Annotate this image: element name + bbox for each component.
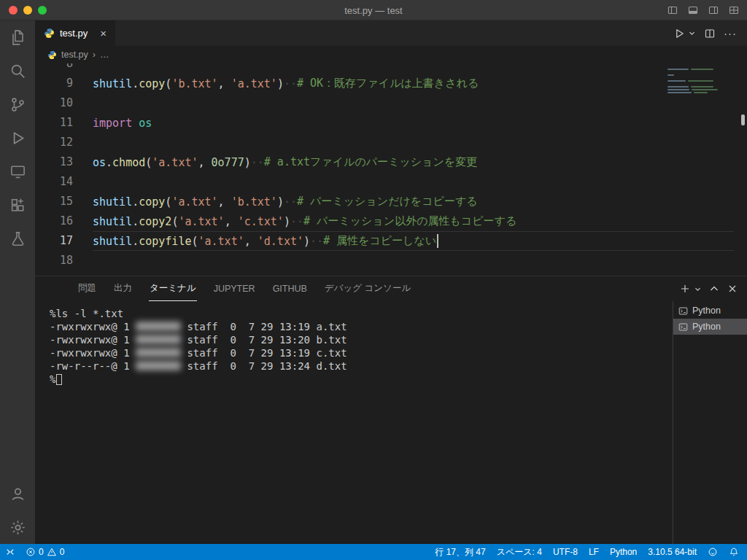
line-number: 11 [35,113,73,133]
terminal-line: -rwxrwxrwx@ 1 staff 0 7 29 13:20 b.txt [50,333,673,346]
new-terminal-icon[interactable] [679,283,691,295]
code-line-15[interactable]: 15shutil.copy('a.txt', 'b.txt')··# パーミッシ… [35,192,747,211]
run-dropdown-chevron-icon[interactable] [688,29,696,37]
panel-tab-JUPYTER[interactable]: JUPYTER [213,276,256,301]
activity-item-remote-explorer[interactable] [0,155,35,188]
tab-label: test.py [60,28,88,39]
redacted-username [136,322,181,331]
minimap-line [667,86,738,88]
code-line-8[interactable]: 8 [35,63,747,74]
breadcrumb-file[interactable]: test.py [61,50,88,60]
activity-bar [0,20,35,544]
terminal-line: -rw-r--r--@ 1 staff 0 7 29 13:24 d.txt [50,359,673,373]
panel-tab-出力[interactable]: 出力 [113,276,133,301]
titlebar: test.py — test [0,0,747,20]
line-content [93,93,734,113]
testing-icon [9,230,26,247]
panel-tab-デバッグ コンソール[interactable]: デバッグ コンソール [324,276,411,301]
terminal-line: -rwxrwxrwx@ 1 staff 0 7 29 13:19 a.txt [50,320,673,333]
line-content [93,63,734,74]
terminal-instance[interactable]: Python [673,303,747,319]
status-eol[interactable]: LF [589,547,599,557]
python-icon [47,50,57,60]
terminal-icon [678,306,688,316]
panel-tab-問題[interactable]: 問題 [77,276,97,301]
breadcrumb-separator-icon: › [93,50,96,60]
terminal-instance-label: Python [692,322,721,332]
status-bar: 0 0 行 17、列 47スペース: 4UTF-8LFPython3.10.5 … [0,544,747,560]
explorer-icon [9,29,26,46]
close-panel-icon[interactable] [727,283,738,295]
panel: 問題出力ターミナルJUPYTERGITHUBデバッグ コンソール %ls -l … [35,276,747,544]
panel-tab-ターミナル[interactable]: ターミナル [149,276,197,301]
python-icon [44,28,55,39]
maximize-panel-icon[interactable] [708,283,720,295]
activity-item-accounts[interactable] [0,477,35,510]
customize-layout-icon[interactable] [728,4,740,16]
minimap-line [667,69,738,70]
run-debug-icon [9,130,26,147]
redacted-username [136,361,181,370]
remote-indicator[interactable] [0,544,20,560]
breadcrumb-more[interactable]: … [100,50,109,60]
notifications-bell-icon[interactable] [729,547,739,557]
activity-item-source-control[interactable] [0,88,35,121]
minimap-line [667,80,738,82]
status-python-interpreter[interactable]: 3.10.5 64-bit [648,547,697,557]
activity-item-testing[interactable] [0,222,35,255]
line-number: 10 [35,93,73,113]
minimap-line [667,83,738,85]
code-line-17[interactable]: 17shutil.copyfile('a.txt', 'd.txt')··# 属… [35,231,747,251]
code-line-9[interactable]: 9shutil.copy('b.txt', 'a.txt')··# OK：既存フ… [35,74,747,93]
terminal-instance-label: Python [692,306,721,316]
minimap-line [667,77,738,79]
code-line-13[interactable]: 13os.chmod('a.txt', 0o777)··# a.txtファイルの… [35,152,747,172]
feedback-icon[interactable] [708,547,718,557]
terminal-output[interactable]: %ls -l *.txt-rwxrwxrwx@ 1 staff 0 7 29 1… [35,301,673,544]
code-line-18[interactable]: 18 [35,251,747,271]
activity-item-search[interactable] [0,54,35,88]
more-actions-icon[interactable]: ··· [724,27,737,39]
activity-item-run-debug[interactable] [0,121,35,155]
breadcrumb[interactable]: test.py › … [35,46,747,63]
editor-scrollbar-thumb[interactable] [741,114,745,125]
activity-item-settings-gear[interactable] [0,510,35,544]
run-python-file-icon[interactable] [673,28,685,39]
line-number: 9 [35,74,73,93]
line-number: 14 [35,172,73,192]
code-editor[interactable]: 89shutil.copy('b.txt', 'a.txt')··# OK：既存… [35,63,747,276]
terminal-sidebar: PythonPython [673,301,747,544]
minimap-line [667,92,738,93]
editor-lines: 89shutil.copy('b.txt', 'a.txt')··# OK：既存… [35,63,747,271]
code-line-10[interactable]: 10 [35,93,747,113]
activity-item-extensions[interactable] [0,188,35,222]
code-line-12[interactable]: 12 [35,133,747,152]
toggle-sidebar-icon[interactable] [667,4,678,16]
error-count: 0 [39,547,44,557]
status-encoding[interactable]: UTF-8 [553,547,578,557]
tab-close-icon[interactable]: × [100,28,107,39]
toggle-secondary-sidebar-icon[interactable] [708,4,719,16]
source-control-icon [9,96,26,113]
activity-bar-bottom [0,477,35,544]
split-editor-icon[interactable] [704,28,716,39]
tab-test-py[interactable]: test.py × [35,20,115,46]
editor-cursor [437,234,438,248]
code-line-11[interactable]: 11import os [35,113,747,133]
status-language-mode[interactable]: Python [610,547,637,557]
code-line-14[interactable]: 14 [35,172,747,192]
terminal-instance[interactable]: Python [673,319,747,335]
minimap[interactable] [667,66,738,98]
toggle-panel-icon[interactable] [687,4,699,16]
activity-item-explorer[interactable] [0,20,35,54]
minimap-line [667,66,738,67]
line-number: 16 [35,211,73,231]
status-indentation[interactable]: スペース: 4 [497,546,542,559]
accounts-icon [9,486,26,502]
code-line-16[interactable]: 16shutil.copy2('a.txt', 'c.txt')··# パーミッ… [35,211,747,231]
terminal-dropdown-chevron-icon[interactable] [694,285,702,293]
problems-status[interactable]: 0 0 [20,544,69,560]
terminal-sidebar-list: PythonPython [673,303,747,335]
status-cursor-position[interactable]: 行 17、列 47 [435,546,485,559]
panel-tab-GITHUB[interactable]: GITHUB [272,276,308,301]
